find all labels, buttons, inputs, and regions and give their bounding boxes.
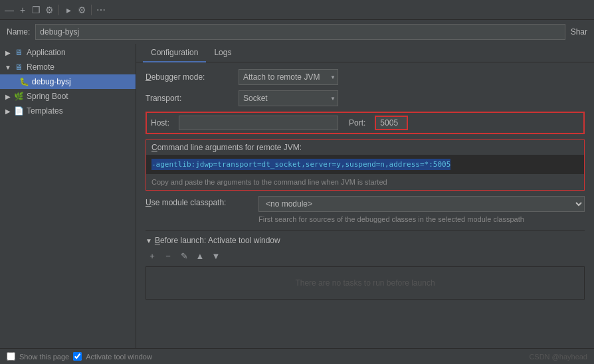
edit-task-button[interactable]: ✎	[177, 249, 191, 262]
debugger-mode-label: Debugger mode:	[146, 72, 239, 82]
templates-icon: 📄	[13, 106, 24, 116]
sidebar-item-debug-bysj[interactable]: 🐛 debug-bysj	[0, 74, 136, 89]
name-input[interactable]	[35, 24, 565, 40]
watermark: CSDN @hayhead	[529, 353, 587, 361]
activate-window-label: Activate tool window	[86, 353, 152, 361]
arrow-remote: ▼	[4, 63, 12, 71]
debugger-mode-row: Debugger mode: Attach to remote JVM	[146, 69, 585, 85]
host-port-row: Host: Port:	[146, 112, 585, 134]
content-panel: Configuration Logs Debugger mode: Attach…	[136, 44, 594, 348]
before-launch-section: ▼ Before launch: Activate tool window + …	[146, 236, 585, 300]
filter-icon[interactable]: ⚙	[76, 5, 87, 15]
before-launch-header: ▼ Before launch: Activate tool window	[146, 236, 585, 245]
divider	[146, 230, 585, 230]
host-label: Host:	[151, 118, 169, 128]
transport-select[interactable]: Socket	[239, 90, 338, 106]
debugger-mode-control: Attach to remote JVM	[239, 69, 338, 85]
before-launch-toolbar: + − ✎ ▲ ▼	[146, 248, 585, 264]
cmd-box: Command line arguments for remote JVM: -…	[146, 139, 585, 191]
move-down-button[interactable]: ▼	[209, 249, 223, 262]
name-label: Name:	[7, 27, 30, 37]
cmd-highlight: -agentlib:jdwp=transport=dt_socket,serve…	[151, 159, 450, 170]
plus-icon[interactable]: +	[17, 5, 28, 15]
more-icon[interactable]: ⋯	[96, 5, 106, 15]
transport-row: Transport: Socket	[146, 90, 585, 106]
settings-icon[interactable]: ⚙	[44, 5, 54, 15]
show-page-checkbox[interactable]	[7, 352, 15, 361]
share-label: Shar	[571, 27, 587, 37]
add-task-button[interactable]: +	[146, 249, 159, 262]
sidebar-label-application: Application	[27, 48, 66, 57]
cmd-box-header: Command line arguments for remote JVM:	[146, 140, 584, 155]
sidebar: ▶ 🖥 Application ▼ 🖥 Remote 🐛 debug-bysj …	[0, 44, 136, 348]
name-bar: Name: Shar	[0, 20, 594, 44]
remove-task-button[interactable]: −	[161, 249, 175, 262]
sidebar-item-templates[interactable]: ▶ 📄 Templates	[0, 104, 136, 118]
spring-icon: 🌿	[13, 91, 24, 102]
arrow-spring: ▶	[4, 92, 12, 100]
transport-control: Socket	[239, 90, 338, 106]
debug-icon: 🐛	[19, 76, 29, 87]
module-hint: First search for sources of the debugged…	[258, 215, 585, 225]
sidebar-label-spring-boot: Spring Boot	[27, 92, 68, 101]
sidebar-label-remote: Remote	[27, 62, 54, 72]
sidebar-item-application[interactable]: ▶ 🖥 Application	[0, 45, 136, 60]
transport-select-wrapper: Socket	[239, 90, 338, 106]
remote-icon: 🖥	[13, 62, 24, 72]
port-label: Port:	[349, 118, 365, 128]
sidebar-label-templates: Templates	[27, 106, 63, 116]
main-layout: ▶ 🖥 Application ▼ 🖥 Remote 🐛 debug-bysj …	[0, 44, 594, 348]
bottom-left: Show this page Activate tool window	[7, 352, 152, 361]
before-launch-content: There are no tasks to run before launch	[146, 266, 585, 300]
port-input[interactable]	[375, 116, 408, 130]
sidebar-label-debug-bysj: debug-bysj	[32, 77, 71, 86]
arrow-templates: ▶	[4, 107, 12, 115]
show-page-label: Show this page	[19, 353, 69, 361]
before-launch-title: Before launch: Activate tool window	[155, 236, 280, 245]
move-up-button[interactable]: ▲	[193, 249, 207, 262]
debugger-mode-select[interactable]: Attach to remote JVM	[239, 69, 338, 85]
tabs-bar: Configuration Logs	[136, 44, 594, 62]
run-icon[interactable]: ▸	[63, 5, 74, 15]
toolbar-sep-2	[91, 5, 92, 15]
application-icon: 🖥	[13, 47, 24, 58]
toolbar: — + ❐ ⚙ ▸ ⚙ ⋯	[0, 0, 594, 20]
tab-logs[interactable]: Logs	[206, 44, 239, 62]
sidebar-item-remote[interactable]: ▼ 🖥 Remote	[0, 60, 136, 74]
transport-label: Transport:	[146, 94, 239, 103]
debugger-mode-select-wrapper: Attach to remote JVM	[239, 69, 338, 85]
arrow-application: ▶	[4, 48, 12, 56]
no-tasks-text: There are no tasks to run before launch	[295, 278, 435, 288]
config-panel: Debugger mode: Attach to remote JVM Tran…	[136, 62, 594, 348]
collapse-arrow[interactable]: ▼	[146, 237, 152, 244]
activate-window-checkbox[interactable]	[73, 352, 82, 361]
copy-icon[interactable]: ❐	[31, 5, 41, 15]
module-row: Use module classpath: <no module> First …	[146, 196, 585, 225]
host-input[interactable]	[179, 116, 338, 130]
cmd-hint: Copy and paste the arguments to the comm…	[146, 174, 584, 190]
bottom-bar: Show this page Activate tool window CSDN…	[0, 348, 594, 364]
minus-icon[interactable]: —	[4, 5, 15, 15]
sidebar-item-spring-boot[interactable]: ▶ 🌿 Spring Boot	[0, 89, 136, 104]
tab-configuration[interactable]: Configuration	[143, 44, 206, 62]
module-select[interactable]: <no module>	[258, 196, 585, 212]
module-label: Use module classpath:	[146, 196, 258, 207]
module-content: <no module> First search for sources of …	[258, 196, 585, 225]
cmd-content: -agentlib:jdwp=transport=dt_socket,serve…	[146, 155, 584, 174]
toolbar-sep-1	[58, 5, 59, 15]
